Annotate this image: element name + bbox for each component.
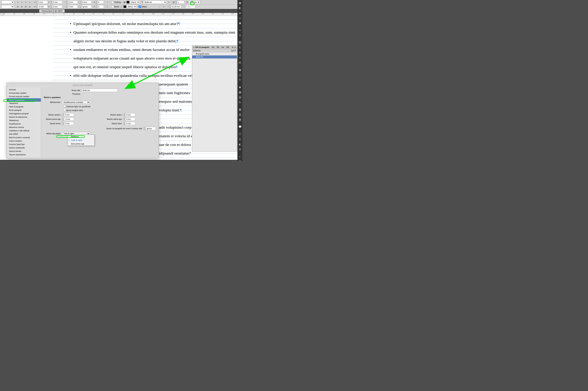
dialog-category-item[interactable]: Opzioni barrato	[7, 150, 41, 153]
paragraph-style-item[interactable]: [Paragrafo base]	[192, 52, 237, 55]
dialog-category-item[interactable]: Formati avanzati caratteri	[7, 95, 41, 98]
border-swatch[interactable]	[123, 5, 126, 8]
tab-par[interactable]: Par	[210, 46, 216, 49]
tab-car[interactable]: Car	[220, 46, 225, 49]
dialog-category-item[interactable]: Sillabazione	[7, 119, 41, 122]
dialog-category-item[interactable]: Attraversa colonne	[7, 126, 41, 129]
para-style-select[interactable]: Bullet list	[143, 0, 167, 4]
text-line[interactable]: •Uptiusapel ipicipsus dolorunt, sit molu…	[70, 19, 235, 28]
dialog-category-item[interactable]: Elenchi puntati e numerati	[7, 136, 41, 139]
span-select[interactable]: Nessuno	[189, 0, 200, 4]
shading-swatch[interactable]	[126, 1, 129, 3]
dropcap-lines-input[interactable]	[98, 0, 104, 4]
table-panel-icon[interactable]: ▦	[238, 108, 242, 111]
ignore-optical-checkbox[interactable]: Ignora margine ottico	[63, 109, 83, 111]
baseline-grid-button[interactable]: ≡	[162, 5, 166, 8]
dialog-category-item[interactable]: Ombreggiatura paragrafi	[7, 112, 41, 115]
left-indent-input[interactable]	[64, 113, 74, 116]
after-input[interactable]	[82, 5, 92, 8]
dropdown-option[interactable]: Solo prima riga	[68, 142, 94, 146]
style-name-input[interactable]	[82, 89, 118, 92]
justify-center[interactable]: ≣	[20, 5, 24, 8]
dropdown-option[interactable]: Nessuno	[68, 135, 94, 138]
object-styles-icon[interactable]: ◳	[238, 73, 242, 76]
right-indent-input[interactable]	[125, 113, 135, 116]
tab-glif[interactable]: Glif	[225, 46, 230, 49]
properties-panel-icon[interactable]: ▦	[238, 1, 242, 4]
shading-options[interactable]: ▦	[123, 0, 126, 4]
align-panel-icon[interactable]: ☰	[238, 34, 242, 37]
clear-override-icon[interactable]: ¶	[235, 50, 236, 52]
text-line[interactable]: •Quuntes soloreperum hilles eatio omnimp…	[70, 28, 235, 37]
stroke-panel-icon[interactable]: ≡	[238, 29, 242, 32]
space-between-input[interactable]	[146, 127, 156, 130]
balance-lines-checkbox[interactable]: Uniforma righe non giustificate	[63, 105, 91, 108]
align-center[interactable]: ≡	[20, 0, 24, 4]
hyphenate-options[interactable]: ↕	[158, 5, 162, 8]
last-line-indent-input[interactable]	[125, 117, 135, 121]
dialog-category-item[interactable]: Funzioni OpenType	[7, 143, 41, 146]
hyphenate-checkbox[interactable]: Sillaba	[139, 5, 147, 8]
first-line-indent-input[interactable]	[64, 117, 74, 121]
dialog-category-item[interactable]: Stile GREP	[7, 132, 41, 136]
dialog-category-item[interactable]: Tabulazioni	[7, 102, 41, 105]
indent-left-input[interactable]	[38, 0, 48, 4]
numbering-button[interactable]: 1.	[106, 5, 109, 8]
align-right[interactable]: ≡	[24, 0, 27, 4]
links-panel-icon[interactable]: ∞	[238, 16, 242, 19]
paragraph-style-item[interactable]: Bullet list	[192, 55, 237, 59]
dialog-category-item[interactable]: Bordo paragrafi	[7, 108, 41, 112]
table-styles-icon[interactable]: ▦	[238, 118, 242, 121]
align-justify[interactable]: ≡	[28, 0, 31, 4]
cash-icon[interactable]: $	[238, 138, 242, 141]
border-checkbox[interactable]: Bordo	[111, 5, 119, 8]
pages-panel-icon[interactable]: ◧	[238, 6, 242, 9]
document-tab[interactable]: *Senza titolo-3 @ 150%	[39, 9, 65, 13]
shading-checkbox[interactable]: Ombreg...	[111, 1, 122, 3]
tab-paragraph-styles[interactable]: ◇ Stili di paragrafo	[192, 46, 210, 49]
transform-panel-icon[interactable]: ✦	[238, 79, 242, 81]
space-before-input[interactable]	[68, 0, 78, 4]
text-wrap-icon[interactable]: ▣	[238, 68, 242, 71]
para-panel-icon[interactable]: ¶	[238, 46, 242, 49]
effects-panel-icon[interactable]: fx	[238, 101, 242, 104]
panel-menu-icon[interactable]: ≫ | ≡	[231, 46, 237, 48]
separations-icon[interactable]: ☰	[238, 160, 242, 161]
dialog-category-item[interactable]: Capilettera e stili nidificati	[7, 129, 41, 132]
border-color-select[interactable]: [Nero]	[127, 5, 137, 8]
justify-full[interactable]: ≣	[28, 5, 31, 8]
font-select[interactable]	[1, 0, 14, 4]
dialog-category-item[interactable]: Giustificazione	[7, 122, 41, 126]
char-panel-icon[interactable]: A	[238, 56, 242, 59]
preflight-icon[interactable]: ✓	[238, 155, 242, 158]
color-panel-icon[interactable]: ◉	[238, 86, 242, 89]
dialog-category-item[interactable]: Opzioni sottolineato	[7, 146, 41, 150]
dialog-category-item[interactable]: Colore carattere	[7, 139, 41, 143]
cc-libraries-icon[interactable]: ▣	[238, 22, 242, 24]
info-panel-icon[interactable]: ⓘ	[238, 132, 242, 136]
new-style-group-icon[interactable]: [a+]	[231, 50, 234, 52]
justify-right[interactable]: ≣	[24, 5, 27, 8]
para-styles-panel-icon[interactable]: ¶	[238, 41, 242, 44]
layers-panel-icon[interactable]: ◈	[238, 11, 242, 14]
notes-panel-icon[interactable]: 💬	[238, 125, 242, 128]
indent-right-input[interactable]	[52, 0, 62, 4]
text-line[interactable]: alignis rectur sus dessite et fugias aud…	[70, 37, 235, 45]
columns-input[interactable]	[177, 0, 184, 4]
dialog-category-item[interactable]: Generali	[7, 88, 41, 92]
bullets-button[interactable]: •	[106, 0, 109, 4]
char-styles-panel-icon[interactable]: A	[238, 51, 242, 54]
dialog-category-item[interactable]: Formati base caratteri	[7, 92, 41, 95]
cell-styles-icon[interactable]: ▥	[238, 113, 242, 116]
border-options[interactable]: ▢	[119, 5, 123, 8]
font-style-select[interactable]	[1, 5, 14, 8]
pathfinder-icon[interactable]: ◐	[238, 143, 242, 146]
swatches-panel-icon[interactable]: ▦	[238, 91, 242, 94]
dropdown-option[interactable]: ✓Tutte le righe	[68, 138, 94, 142]
dialog-category-item[interactable]: Tag per esportazione	[7, 153, 41, 156]
dropcap-chars-input[interactable]	[98, 5, 104, 8]
justify-left[interactable]: ≣	[16, 5, 20, 8]
scripts-panel-icon[interactable]: ⚙	[238, 148, 242, 151]
dialog-category-item[interactable]: Rientri e spaziatura	[7, 98, 41, 102]
alignment-select[interactable]: Giustificazione a sinistra	[62, 100, 90, 104]
